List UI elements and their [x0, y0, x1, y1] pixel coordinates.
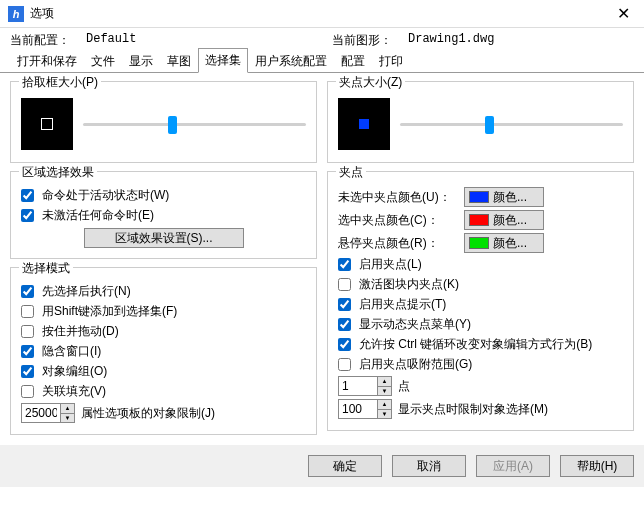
current-drawing-label: 当前图形：: [332, 32, 392, 49]
ok-button[interactable]: 确定: [308, 455, 382, 477]
grip-color-button[interactable]: 颜色...: [464, 233, 544, 253]
grip-preview: [338, 98, 390, 150]
grip-size-slider[interactable]: [400, 114, 623, 134]
color-swatch-icon: [469, 191, 489, 203]
grip-color-label: 选中夹点颜色(C)：: [338, 212, 458, 229]
apply-button[interactable]: 应用(A): [476, 455, 550, 477]
pickbox-size-legend: 拾取框大小(P): [19, 74, 101, 91]
grip-color-button[interactable]: 颜色...: [464, 210, 544, 230]
spin-down-icon[interactable]: ▼: [378, 410, 391, 419]
tab-plot[interactable]: 打印: [372, 49, 410, 73]
grip-option-check[interactable]: 启用夹点(L): [338, 256, 623, 273]
grip-color-label: 悬停夹点颜色(R)：: [338, 235, 458, 252]
grip-point-label: 点: [398, 378, 410, 395]
pickbox-size-slider[interactable]: [83, 114, 306, 134]
selection-modes-legend: 选择模式: [19, 260, 73, 277]
tab-user[interactable]: 用户系统配置: [248, 49, 334, 73]
spin-down-icon[interactable]: ▼: [61, 414, 74, 423]
grip-color-label: 未选中夹点颜色(U)：: [338, 189, 458, 206]
group-selection-modes: 选择模式 先选择后执行(N)用Shift键添加到选择集(F)按住并拖动(D)隐含…: [10, 267, 317, 435]
color-swatch-icon: [469, 237, 489, 249]
close-icon[interactable]: ✕: [611, 4, 636, 23]
spin-up-icon[interactable]: ▲: [378, 377, 391, 387]
window-title: 选项: [30, 5, 54, 22]
current-config-value: Default: [86, 32, 136, 49]
current-config-label: 当前配置：: [10, 32, 70, 49]
tab-profile[interactable]: 配置: [334, 49, 372, 73]
spin-down-icon[interactable]: ▼: [378, 387, 391, 396]
tab-open-save[interactable]: 打开和保存: [10, 49, 84, 73]
region-effect-legend: 区域选择效果: [19, 164, 97, 181]
grip-option-check[interactable]: 显示动态夹点菜单(Y): [338, 316, 623, 333]
tab-selection[interactable]: 选择集: [198, 48, 248, 73]
cancel-button[interactable]: 取消: [392, 455, 466, 477]
group-pickbox-size: 拾取框大小(P): [10, 81, 317, 163]
grip-option-check[interactable]: 允许按 Ctrl 键循环改变对象编辑方式行为(B): [338, 336, 623, 353]
pickbox-preview: [21, 98, 73, 150]
current-drawing-value: Drawing1.dwg: [408, 32, 494, 49]
selection-mode-check[interactable]: 对象编组(O): [21, 363, 306, 380]
selection-limit-label: 属性选项板的对象限制(J): [81, 405, 215, 422]
tab-drafting[interactable]: 草图: [160, 49, 198, 73]
help-button[interactable]: 帮助(H): [560, 455, 634, 477]
grips-legend: 夹点: [336, 164, 366, 181]
selection-mode-check[interactable]: 隐含窗口(I): [21, 343, 306, 360]
check-no-cmd[interactable]: 未激活任何命令时(E): [21, 207, 306, 224]
grip-option-check[interactable]: 启用夹点吸附范围(G): [338, 356, 623, 373]
region-settings-button[interactable]: 区域效果设置(S)...: [84, 228, 244, 248]
grip-option-check[interactable]: 启用夹点提示(T): [338, 296, 623, 313]
selection-mode-check[interactable]: 先选择后执行(N): [21, 283, 306, 300]
group-region-effect: 区域选择效果 命令处于活动状态时(W) 未激活任何命令时(E) 区域效果设置(S…: [10, 171, 317, 259]
grip-display-limit-label: 显示夹点时限制对象选择(M): [398, 401, 548, 418]
grip-size-legend: 夹点大小(Z): [336, 74, 405, 91]
spin-up-icon[interactable]: ▲: [378, 400, 391, 410]
group-grips: 夹点 未选中夹点颜色(U)：颜色...选中夹点颜色(C)：颜色...悬停夹点颜色…: [327, 171, 634, 431]
selection-mode-check[interactable]: 关联填充(V): [21, 383, 306, 400]
spin-up-icon[interactable]: ▲: [61, 404, 74, 414]
app-icon: h: [8, 6, 24, 22]
pickbox-square-icon: [41, 118, 53, 130]
selection-mode-check[interactable]: 按住并拖动(D): [21, 323, 306, 340]
selection-mode-check[interactable]: 用Shift键添加到选择集(F): [21, 303, 306, 320]
tab-display[interactable]: 显示: [122, 49, 160, 73]
color-swatch-icon: [469, 214, 489, 226]
grip-point-input[interactable]: ▲ ▼: [338, 376, 392, 396]
selection-limit-input[interactable]: ▲ ▼: [21, 403, 75, 423]
tab-file[interactable]: 文件: [84, 49, 122, 73]
check-active-cmd[interactable]: 命令处于活动状态时(W): [21, 187, 306, 204]
group-grip-size: 夹点大小(Z): [327, 81, 634, 163]
grip-color-button[interactable]: 颜色...: [464, 187, 544, 207]
grip-square-icon: [359, 119, 369, 129]
grip-option-check[interactable]: 激活图块内夹点(K): [338, 276, 623, 293]
grip-display-limit-input[interactable]: ▲ ▼: [338, 399, 392, 419]
